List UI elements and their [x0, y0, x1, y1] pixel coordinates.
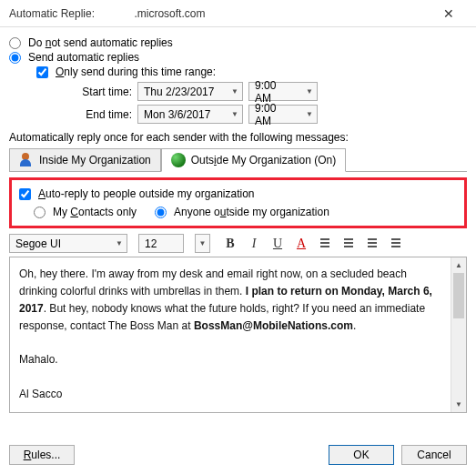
only-send-range-checkbox[interactable]: Only send during this time range: — [36, 66, 467, 78]
underline-button[interactable]: U — [268, 235, 287, 253]
cancel-button[interactable]: Cancel — [401, 445, 467, 465]
send-radio[interactable]: Send automatic replies — [9, 51, 467, 64]
italic-button[interactable]: I — [245, 235, 263, 253]
editor-container: Oh, hey there. I'm away from my desk and… — [9, 257, 467, 413]
chevron-down-icon: ▼ — [116, 239, 123, 247]
chevron-down-icon: ▼ — [231, 87, 238, 96]
number-list-button[interactable] — [339, 235, 358, 253]
title-bar: Automatic Replie: .microsoft.com ✕ — [0, 0, 476, 27]
close-icon[interactable]: ✕ — [430, 6, 467, 21]
person-icon — [19, 153, 34, 167]
message-editor[interactable]: Oh, hey there. I'm away from my desk and… — [10, 257, 451, 412]
font-color-button[interactable]: A — [292, 235, 310, 253]
tab-outside[interactable]: Outside My Organization (On) — [161, 148, 346, 172]
bold-button[interactable]: B — [221, 235, 239, 253]
tabs: Inside My Organization Outside My Organi… — [9, 147, 467, 172]
scroll-thumb[interactable] — [453, 273, 464, 318]
font-size-dropdown[interactable]: 12 — [138, 234, 184, 253]
scroll-up-icon[interactable]: ▲ — [451, 257, 466, 273]
anyone-outside-radio[interactable]: Anyone outside my organization — [155, 206, 329, 218]
outside-options-highlight: Auto-reply to people outside my organiza… — [9, 177, 467, 228]
start-date-dropdown[interactable]: Thu 2/23/2017 ▼ — [137, 82, 243, 101]
font-size-arrow[interactable]: ▼ — [195, 234, 210, 253]
chevron-down-icon: ▼ — [306, 87, 313, 96]
end-time-dropdown[interactable]: 9:00 AM ▼ — [248, 105, 318, 124]
title-left: Automatic Replie: — [9, 7, 95, 20]
editor-scrollbar[interactable]: ▲ ▼ — [451, 257, 466, 412]
editor-toolbar: Segoe UI ▼ 12 ▼ B I U A — [9, 234, 467, 253]
chevron-down-icon: ▼ — [231, 110, 238, 118]
do-not-send-radio[interactable]: Do not send automatic replies — [9, 36, 467, 49]
title-right: .microsoft.com — [134, 7, 205, 20]
contacts-only-radio[interactable]: My Contacts only — [34, 206, 137, 218]
rules-button[interactable]: Rules... — [9, 445, 75, 465]
auto-reply-outside-checkbox[interactable]: Auto-reply to people outside my organiza… — [19, 187, 457, 200]
section-message-label: Automatically reply once for each sender… — [9, 131, 467, 144]
start-time-dropdown[interactable]: 9:00 AM ▼ — [248, 82, 318, 101]
ok-button[interactable]: OK — [329, 445, 394, 465]
bullet-list-button[interactable] — [316, 235, 334, 253]
end-date-dropdown[interactable]: Mon 3/6/2017 ▼ — [137, 105, 243, 124]
indent-button[interactable] — [387, 235, 405, 253]
scroll-down-icon[interactable]: ▼ — [451, 397, 466, 412]
font-family-dropdown[interactable]: Segoe UI ▼ — [9, 234, 127, 253]
end-time-label: End time: — [64, 108, 132, 121]
globe-icon — [171, 153, 186, 167]
outdent-button[interactable] — [363, 235, 381, 253]
tab-inside[interactable]: Inside My Organization — [9, 148, 161, 172]
start-time-label: Start time: — [64, 86, 132, 98]
chevron-down-icon: ▼ — [306, 110, 313, 118]
